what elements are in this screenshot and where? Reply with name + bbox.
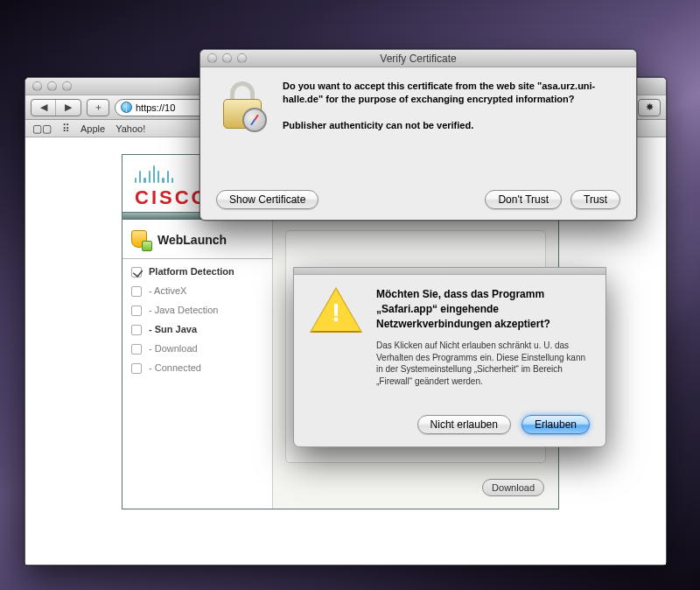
weblaunch-label: WebLaunch (158, 233, 227, 247)
download-button[interactable]: Download (482, 479, 544, 496)
nav-segment: ◀ ▶ (31, 99, 81, 116)
deny-button[interactable]: Nicht erlauben (417, 415, 511, 434)
checkbox-icon (131, 286, 142, 297)
weblaunch-sidebar: WebLaunch Platform Detection - ActiveX (122, 220, 273, 509)
close-window-button[interactable] (32, 81, 42, 91)
sheet-grip (294, 268, 606, 275)
dialog-titlebar[interactable]: Verify Certificate (200, 50, 636, 67)
traffic-lights (207, 53, 247, 63)
checklist-label: - Download (149, 343, 198, 354)
checklist-label: - Java Detection (149, 305, 218, 315)
minimize-window-button[interactable] (47, 81, 57, 91)
checklist-item-sun-java: - Sun Java (131, 324, 265, 335)
weblaunch-heading: WebLaunch (122, 220, 272, 259)
bookmark-yahoo[interactable]: Yahoo! (116, 123, 145, 134)
checklist: Platform Detection - ActiveX - Java Dete… (122, 259, 272, 381)
sheet-body-text: Das Klicken auf Nicht erlauben schränkt … (376, 340, 590, 387)
dont-trust-button[interactable]: Don't Trust (485, 190, 562, 209)
url-text: https://10 (136, 102, 175, 113)
checklist-label: - ActiveX (149, 285, 186, 296)
sheet-message: Möchten Sie, dass das Programm „Safari.a… (376, 287, 590, 387)
checkbox-icon (131, 267, 142, 277)
checklist-label: Platform Detection (149, 266, 234, 277)
sheet-heading: Möchten Sie, dass das Programm „Safari.a… (376, 287, 590, 331)
firewall-sheet-dialog: ! Möchten Sie, dass das Programm „Safari… (293, 267, 606, 447)
forward-button[interactable]: ▶ (56, 100, 80, 116)
site-icon (121, 102, 132, 113)
dialog-message: Do you want to accept this certificate f… (283, 80, 620, 132)
add-bookmark-button[interactable]: ＋ (87, 99, 109, 116)
zoom-window-button[interactable] (62, 81, 72, 91)
weblaunch-icon (131, 230, 150, 249)
dialog-message-main: Do you want to accept this certificate f… (283, 80, 620, 106)
checklist-item-activex: - ActiveX (131, 285, 265, 297)
checklist-item-platform-detection: Platform Detection (131, 266, 265, 277)
checklist-label: - Sun Java (149, 324, 197, 334)
back-button[interactable]: ◀ (32, 100, 56, 116)
bookmarks-icon[interactable]: ▢▢ (32, 123, 52, 135)
checkbox-icon (131, 306, 142, 316)
topsites-icon[interactable]: ⠿ (62, 123, 70, 135)
checklist-item-java-detection: - Java Detection (131, 305, 265, 316)
bookmark-apple[interactable]: Apple (80, 123, 105, 134)
warning-icon: ! (310, 287, 362, 334)
checklist-item-connected: - Connected (131, 362, 265, 374)
verify-certificate-dialog: Verify Certificate Do you want to accept… (200, 49, 637, 221)
minimize-window-button[interactable] (222, 53, 232, 63)
dialog-message-sub: Publisher authenticity can not be verifi… (283, 119, 620, 132)
checkbox-icon (131, 363, 142, 374)
traffic-lights (32, 81, 72, 91)
lock-certificate-icon (216, 80, 269, 132)
allow-button[interactable]: Erlauben (522, 415, 590, 434)
checkbox-icon (131, 344, 142, 355)
checklist-label: - Connected (149, 362, 201, 373)
checkbox-icon (131, 325, 142, 335)
dialog-title: Verify Certificate (380, 53, 456, 65)
checklist-item-download: - Download (131, 343, 265, 355)
show-certificate-button[interactable]: Show Certificate (216, 190, 318, 209)
trust-button[interactable]: Trust (570, 190, 620, 209)
report-bug-button[interactable]: ✸ (638, 99, 661, 116)
close-window-button[interactable] (207, 53, 217, 63)
cisco-logo-icon (135, 164, 173, 183)
zoom-window-button[interactable] (237, 53, 247, 63)
